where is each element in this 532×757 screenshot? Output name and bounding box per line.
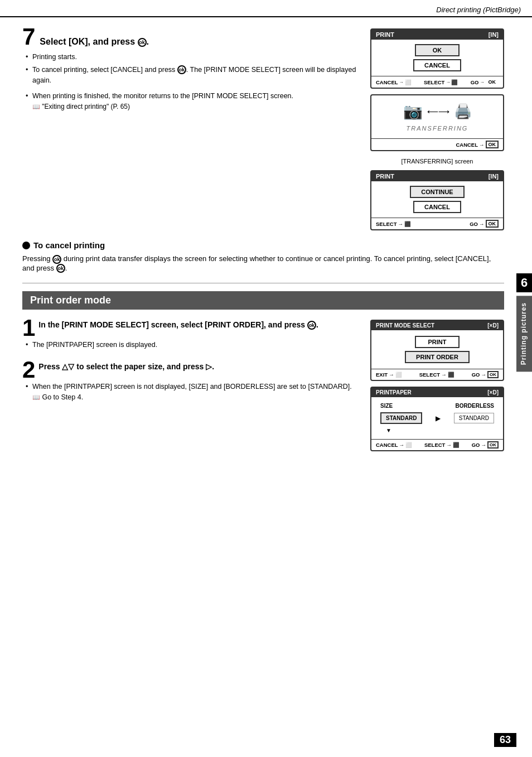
- ok-btn[interactable]: OK: [415, 44, 460, 56]
- footer-select-label: SELECT: [424, 79, 444, 85]
- step2-title-row: 2 Press △▽ to select the paper size, and…: [22, 361, 359, 403]
- print-order-btn-pms[interactable]: PRINT ORDER: [405, 351, 470, 363]
- pp-select-label: SELECT: [424, 442, 445, 448]
- transfer-cancel-item: CANCEL → OK: [456, 141, 499, 148]
- step2-title: Press △▽ to select the paper size, and p…: [22, 361, 359, 373]
- ok-circle-cancel: ok: [52, 255, 61, 264]
- chapter-label: Printing pictures: [516, 296, 532, 372]
- camera-printer-row: 📷 ⟵⟶ 🖨️: [403, 102, 472, 120]
- step1-bullets: The [PRINTPAPER] screen is displayed.: [22, 340, 359, 350]
- screen-print-top-footer: CANCEL → ⬜ SELECT → ⬛ GO → OK: [371, 76, 503, 88]
- bullet-3: When printing is finished, the monitor r…: [26, 91, 359, 112]
- pms-exit-arrow: →: [389, 372, 394, 378]
- step2-bullet-1: When the [PRINTPAPER] screen is not disp…: [26, 382, 359, 403]
- bottom-sections: 1 In the [PRINT MODE SELECT] screen, sel…: [22, 320, 504, 451]
- pms-go-label: GO: [472, 372, 480, 378]
- chapter-number: 6: [516, 273, 532, 292]
- pp-ok-box: OK: [487, 441, 499, 449]
- continue-btn[interactable]: CONTINUE: [410, 186, 464, 198]
- pp-header-title: PRINTPAPER: [376, 389, 412, 396]
- pp-select-icon: ⬛: [453, 442, 460, 448]
- pp-row-arrow: ▶: [436, 414, 441, 422]
- cancel-heading-text: To cancel printing: [33, 240, 105, 250]
- step2-block: 2 Press △▽ to select the paper size, and…: [22, 361, 359, 403]
- pms-exit-label: EXIT: [376, 372, 388, 378]
- section7-title: 7 Select [OK], and press ok.: [22, 28, 359, 49]
- transfer-body: 📷 ⟵⟶ 🖨️ TRANSFERRING: [371, 95, 503, 138]
- page-number: 63: [494, 733, 516, 747]
- footer-go-bottom: GO → OK: [470, 220, 499, 228]
- section7-text: 7 Select [OK], and press ok. Printing st…: [22, 28, 359, 230]
- pms-select-item: SELECT → ⬛: [419, 371, 454, 378]
- transfer-ok-box: OK: [486, 141, 499, 148]
- screen-print-bottom-in: [IN]: [489, 173, 499, 180]
- pp-val2: STANDARD: [454, 413, 494, 423]
- footer-select-icon: ⬛: [451, 79, 458, 85]
- section-banner-title: Print order mode: [30, 295, 111, 306]
- bottom-text: 1 In the [PRINT MODE SELECT] screen, sel…: [22, 320, 359, 451]
- footer-go-arrow: →: [480, 80, 484, 85]
- pp-go-label: GO: [472, 442, 480, 448]
- ok-circle-icon: ok: [138, 38, 147, 47]
- footer-select-bottom-label: SELECT: [376, 221, 396, 227]
- cancel-body: Pressing ok during print data transfer d…: [22, 254, 504, 273]
- pp-header: PRINTPAPER [×D]: [371, 388, 503, 397]
- pms-header-right: [×D]: [487, 322, 499, 329]
- main-content: 7 Select [OK], and press ok. Printing st…: [0, 17, 532, 485]
- pms-ok-box: OK: [487, 371, 499, 378]
- transfer-caption: [TRANSFERRING] screen: [370, 158, 504, 165]
- section-banner: Print order mode: [22, 291, 504, 310]
- header-title: Direct printing (PictBridge): [436, 6, 521, 14]
- footer-select-item: SELECT → ⬛: [424, 78, 458, 86]
- step1-title: In the [PRINT MODE SELECT] screen, selec…: [22, 320, 359, 331]
- section7-bullets: Printing starts. To cancel printing, sel…: [22, 52, 359, 85]
- bullet-2: To cancel printing, select [CANCEL] and …: [26, 65, 359, 86]
- screen-print-bottom-footer: SELECT → ⬛ GO → OK: [371, 218, 503, 229]
- bullet-circle-icon: [22, 242, 30, 249]
- pms-exit-icon: ⬜: [395, 372, 402, 378]
- section7-number: 7: [22, 25, 35, 49]
- cancel-btn-bottom[interactable]: CANCEL: [413, 201, 461, 213]
- pp-values-row: STANDARD ▶ STANDARD: [378, 412, 496, 424]
- cancel-btn-top[interactable]: CANCEL: [413, 59, 461, 71]
- pp-down-arrow: ▼: [378, 427, 496, 433]
- book-ref-icon-2: 📖: [32, 394, 40, 401]
- pp-col1: SIZE: [380, 403, 393, 409]
- screen-print-top-body: OK CANCEL: [371, 40, 503, 76]
- footer-select-bottom-arrow: →: [398, 221, 403, 227]
- screen-print-top-header: PRINT [IN]: [371, 30, 503, 40]
- print-btn-pms[interactable]: PRINT: [415, 336, 460, 348]
- screen-print-bottom: PRINT [IN] CONTINUE CANCEL SELECT → ⬛ GO: [370, 170, 504, 230]
- screen-print-top-in: [IN]: [489, 31, 499, 38]
- transfer-arrow: ⟵⟶: [427, 107, 449, 116]
- pp-select-item: SELECT → ⬛: [424, 441, 460, 449]
- footer-cancel-label: CANCEL: [376, 79, 398, 85]
- step1-block: 1 In the [PRINT MODE SELECT] screen, sel…: [22, 320, 359, 350]
- printer-icon: 🖨️: [454, 103, 472, 120]
- footer-select-bottom: SELECT → ⬛: [376, 220, 411, 228]
- pms-select-icon: ⬛: [448, 372, 454, 378]
- footer-cancel-arrow: →: [399, 80, 404, 85]
- pms-go-item: GO → OK: [472, 371, 499, 378]
- screen-printpaper: PRINTPAPER [×D] SIZE BORDERLESS STANDARD…: [370, 387, 504, 451]
- transferring-label: TRANSFERRING: [407, 125, 468, 132]
- bottom-screens-col: PRINT MODE SELECT [×D] PRINT PRINT ORDER…: [370, 320, 504, 451]
- pp-cancel-label: CANCEL: [376, 442, 398, 448]
- step1-title-row: 1 In the [PRINT MODE SELECT] screen, sel…: [22, 320, 359, 350]
- section7-title-text: Select [OK], and press ok.: [40, 37, 149, 47]
- page-header: Direct printing (PictBridge): [0, 0, 532, 17]
- pms-footer: EXIT → ⬜ SELECT → ⬛ GO → OK: [371, 369, 503, 380]
- footer-go-item: GO → OK: [471, 78, 499, 86]
- transfer-arrow-icon: →: [479, 142, 485, 148]
- pp-go-item: GO → OK: [472, 441, 499, 449]
- pp-body: SIZE BORDERLESS STANDARD ▶ STANDARD ▼: [371, 397, 503, 439]
- pms-select-label: SELECT: [419, 372, 440, 378]
- pms-header-title: PRINT MODE SELECT: [376, 322, 434, 329]
- pp-header-right: [×D]: [487, 389, 499, 396]
- pp-val1[interactable]: STANDARD: [380, 412, 422, 424]
- divider: [22, 283, 504, 283]
- step1-number: 1: [22, 316, 35, 340]
- footer-ok-bottom-box: OK: [486, 220, 499, 228]
- screen-print-bottom-body: CONTINUE CANCEL: [371, 181, 503, 218]
- pms-exit-item: EXIT → ⬜: [376, 371, 402, 378]
